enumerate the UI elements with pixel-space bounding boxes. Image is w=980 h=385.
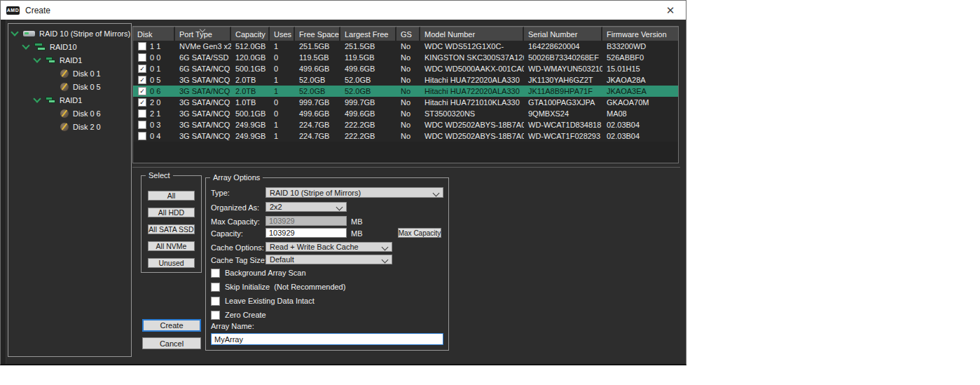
row-checkbox[interactable]: ✓ (138, 98, 146, 107)
table-cell: 6G SATA/SSD (175, 53, 231, 62)
tree-item-label: RAID10 (50, 43, 77, 51)
organized-as-select[interactable]: 2x2 (265, 202, 347, 212)
table-cell: 6G SATA/NCQ (175, 65, 231, 73)
table-row[interactable]: ✓0 53G SATA/NCQ2.0TB152.0GB52.0GBNoHitac… (133, 74, 678, 86)
column-header-uses[interactable]: Uses (270, 27, 295, 41)
table-row[interactable]: 1 1NVMe Gen3 x2512.0GB1251.5GB251.5GBNoW… (133, 41, 678, 52)
tree-item-raid1[interactable]: RAID1 (8, 53, 131, 67)
tree-item-disk-2-0[interactable]: Disk 2 0 (8, 120, 131, 133)
row-checkbox[interactable]: ✓ (138, 87, 146, 95)
table-cell: JK1130YAH6GZ2T (524, 76, 602, 84)
select-all-nvme-button[interactable]: All NVMe (148, 241, 195, 251)
table-cell: 222.2GB (340, 121, 396, 129)
max-capacity-button[interactable]: Max Capacity (398, 228, 441, 238)
column-header-free-space[interactable]: Free Space (295, 27, 340, 41)
type-select[interactable]: RAID 10 (Stripe of Mirrors) (265, 187, 443, 198)
close-button[interactable]: ✕ (659, 1, 682, 20)
tree-item-disk-0-5[interactable]: Disk 0 5 (8, 80, 131, 93)
column-header-gs[interactable]: GS (396, 27, 420, 41)
table-row[interactable]: ✓0 16G SATA/NCQ500.1GB0499.6GB499.6GBNoW… (133, 63, 678, 74)
select-all-sata-ssd-button[interactable]: All SATA SSD (148, 224, 195, 234)
tree-item-raid1[interactable]: RAID1 (8, 93, 131, 107)
table-row[interactable]: 2 13G SATA/NCQ500.1GB0499.6GB499.6GBNoST… (133, 108, 678, 119)
column-header-disk[interactable]: Disk (133, 27, 175, 41)
option-checkbox-list: Background Array ScanSkip Initialize (No… (211, 268, 345, 324)
table-row[interactable]: 0 43G SATA/NCQ249.9GB1224.7GB222.2GBNoWD… (133, 130, 678, 142)
table-row[interactable]: 0 33G SATA/NCQ249.9GB1224.7GB222.2GBNoWD… (133, 119, 678, 130)
table-cell: 2.0TB (231, 76, 270, 84)
tree-item-label: Disk 0 5 (73, 83, 101, 91)
column-header-serial-number[interactable]: Serial Number (524, 27, 602, 41)
chevron-down-icon[interactable] (33, 55, 41, 62)
option-checkbox[interactable] (211, 283, 220, 292)
column-header-firmware-version[interactable]: Firmware Version (602, 27, 678, 41)
table-cell: No (396, 65, 420, 73)
column-header-label: Capacity (235, 30, 265, 39)
column-header-label: Serial Number (528, 30, 577, 39)
cache-tag-size-select[interactable]: Default (265, 255, 392, 264)
row-checkbox[interactable] (138, 132, 146, 140)
select-unused-button[interactable]: Unused (148, 258, 195, 268)
table-cell: 52.0GB (295, 87, 340, 95)
option-checkbox[interactable] (211, 297, 220, 306)
column-header-label: GS (401, 30, 412, 39)
row-checkbox[interactable]: ✓ (138, 76, 146, 84)
array-name-field[interactable] (211, 333, 443, 345)
table-cell: ✓0 1 (133, 65, 175, 73)
amd-logo-icon: AMD (6, 6, 20, 15)
disk-table-header: DiskPort TypeCapacityUsesFree SpaceLarge… (133, 27, 678, 41)
cancel-button[interactable]: Cancel (142, 337, 201, 349)
table-cell: Hitachi HUA722020ALA330 (420, 87, 524, 95)
create-button[interactable]: Create (142, 319, 201, 332)
chevron-down-icon[interactable] (11, 28, 18, 36)
option-label: Skip Initialize (Not Recommended) (225, 283, 345, 291)
table-row[interactable]: ✓2 03G SATA/NCQ1.0TB0999.7GB999.7GBNoHit… (133, 97, 678, 108)
disk-id: 0 6 (150, 87, 160, 95)
table-cell: JK11A8B9HPA71F (524, 87, 602, 95)
left-scrollbar[interactable] (1, 20, 6, 364)
max-capacity-label: Max Capacity: (211, 217, 260, 226)
table-row[interactable]: 0 06G SATA/SSD120.0GB0119.5GB119.5GBNoKI… (133, 52, 678, 63)
row-checkbox[interactable] (138, 109, 146, 118)
select-all-hdd-button[interactable]: All HDD (148, 208, 195, 217)
table-cell: No (396, 87, 420, 95)
column-header-label: Free Space (299, 30, 339, 39)
option-checkbox[interactable] (211, 311, 220, 320)
table-row[interactable]: ✓0 63G SATA/NCQ2.0TB152.0GB52.0GBNoHitac… (133, 86, 678, 97)
cache-tag-size-label: Cache Tag Size: (211, 256, 267, 264)
tree-item-label: RAID1 (60, 96, 82, 104)
option-label: Background Array Scan (225, 269, 306, 277)
column-header-model-number[interactable]: Model Number (420, 27, 524, 41)
cache-options-select[interactable]: Read + Write Back Cache (265, 242, 392, 252)
raid-small-icon (46, 97, 56, 103)
table-cell: 222.2GB (340, 132, 396, 140)
table-cell: 3G SATA/NCQ (175, 132, 231, 140)
row-checkbox[interactable] (138, 42, 146, 50)
row-checkbox[interactable] (138, 121, 146, 129)
disk-id: 2 0 (150, 98, 160, 107)
column-header-largest-free[interactable]: Largest Free (340, 27, 396, 41)
table-cell: JKAOA28A (602, 76, 678, 84)
select-all-button[interactable]: All (148, 191, 195, 201)
column-header-label: Largest Free (345, 30, 388, 39)
column-header-capacity[interactable]: Capacity (231, 27, 270, 41)
table-cell: 1 (270, 76, 295, 84)
row-checkbox[interactable] (138, 53, 146, 62)
table-cell: B33200WD (602, 42, 678, 50)
tree-item-disk-0-6[interactable]: Disk 0 6 (8, 107, 131, 120)
organized-as-value: 2x2 (270, 203, 282, 211)
tree-item-raid10[interactable]: RAID10 (8, 40, 131, 53)
chevron-down-icon[interactable] (22, 41, 29, 49)
table-cell: 999.7GB (295, 98, 340, 107)
option-checkbox[interactable] (211, 269, 220, 278)
array-name-label: Array Name: (211, 322, 254, 330)
capacity-field[interactable] (265, 228, 347, 238)
disk-id: 0 5 (150, 76, 160, 84)
row-checkbox[interactable]: ✓ (138, 65, 146, 73)
chevron-down-icon[interactable] (33, 95, 41, 102)
raid-small-icon (46, 57, 56, 63)
table-cell: 0 (270, 98, 295, 107)
tree-item-disk-0-1[interactable]: Disk 0 1 (8, 67, 131, 80)
column-header-port-type[interactable]: Port Type (175, 27, 231, 41)
tree-item-raid-10-stripe-of-mirrors[interactable]: RAID 10 (Stripe of Mirrors) (8, 27, 131, 40)
